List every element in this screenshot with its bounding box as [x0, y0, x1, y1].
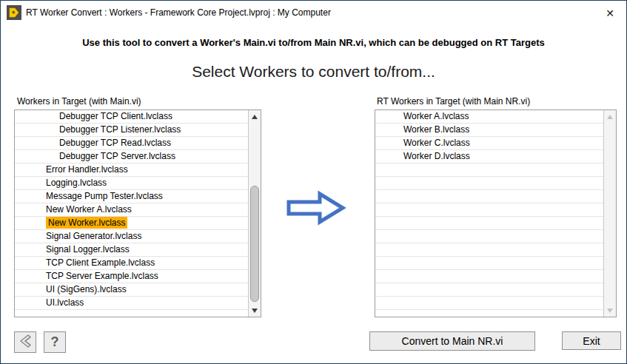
instruction-text: Use this tool to convert a Worker's Main… — [1, 37, 626, 48]
list-item[interactable]: Debugger TCP Read.lvclass — [15, 137, 248, 150]
list-item[interactable]: TCP Server Example.lvclass — [15, 270, 248, 283]
list-item-label: Worker C.lvclass — [403, 138, 470, 148]
list-empty-row[interactable] — [375, 243, 603, 257]
list-item[interactable]: Worker C.lvclass — [375, 137, 603, 150]
list-item-label: Worker A.lvclass — [403, 111, 469, 121]
list-empty-row[interactable] — [375, 270, 603, 283]
list-item[interactable]: UI.lvclass — [15, 297, 248, 310]
back-chevron-icon — [17, 333, 33, 351]
exit-button[interactable]: Exit — [562, 331, 621, 350]
scroll-down-icon[interactable] — [249, 304, 261, 317]
dialog-window: RT Worker Convert : Workers - Framework … — [0, 0, 627, 364]
list-item[interactable]: New Worker.lvclass — [15, 217, 248, 230]
list-item-label: Error Handler.lvclass — [46, 164, 128, 175]
list-item-label: Worker B.lvclass — [403, 124, 469, 135]
list-empty-row[interactable] — [375, 177, 603, 190]
left-list-label: Workers in Target (with Main.vi) — [17, 96, 141, 107]
list-item-label: TCP Server Example.lvclass — [46, 271, 158, 281]
list-item-label: Message Pump Tester.lvclass — [46, 191, 163, 201]
page-title: Select Workers to convert to/from... — [1, 63, 626, 81]
workers-listbox: Debugger TCP Client.lvclassDebugger TCP … — [14, 109, 261, 317]
list-item-label: Signal Logger.lvclass — [46, 244, 130, 255]
list-empty-row[interactable] — [375, 297, 603, 310]
rt-workers-listbox: Worker A.lvclassWorker B.lvclassWorker C… — [375, 109, 617, 317]
list-item-label: Debugger TCP Read.lvclass — [59, 138, 171, 148]
list-item[interactable]: Worker A.lvclass — [375, 110, 603, 124]
list-item[interactable]: Worker B.lvclass — [375, 124, 603, 137]
list-item-label: New Worker.lvclass — [46, 217, 127, 229]
scroll-up-icon — [604, 110, 616, 123]
workers-list-rows: Debugger TCP Client.lvclassDebugger TCP … — [15, 110, 248, 317]
list-empty-row[interactable] — [375, 203, 603, 217]
list-item[interactable]: Debugger TCP Server.lvclass — [15, 150, 248, 164]
list-item[interactable]: Message Pump Tester.lvclass — [15, 190, 248, 203]
list-item[interactable]: Signal Generator.lvclass — [15, 230, 248, 243]
back-button[interactable] — [14, 331, 36, 353]
convert-direction-arrow-icon — [286, 190, 346, 229]
close-icon[interactable]: ✕ — [603, 6, 617, 21]
scroll-up-icon[interactable] — [249, 110, 261, 123]
list-empty-row[interactable] — [375, 217, 603, 230]
list-item[interactable]: Error Handler.lvclass — [15, 164, 248, 177]
scrollbar-thumb[interactable] — [250, 186, 259, 302]
scroll-down-icon — [604, 304, 616, 317]
list-item[interactable]: Debugger TCP Client.lvclass — [15, 110, 248, 124]
help-button[interactable]: ? — [44, 331, 66, 353]
rt-workers-scrollbar — [603, 110, 616, 317]
list-item[interactable]: Debugger TCP Listener.lvclass — [15, 124, 248, 137]
list-item-label: New Worker A.lvclass — [46, 204, 132, 215]
workers-scrollbar[interactable] — [248, 110, 261, 317]
list-empty-row[interactable] — [375, 257, 603, 270]
list-empty-row[interactable] — [375, 283, 603, 297]
list-item-label: Worker D.lvclass — [403, 151, 470, 161]
title-bar: RT Worker Convert : Workers - Framework … — [1, 1, 626, 24]
list-item[interactable]: UI (SigGens).lvclass — [15, 283, 248, 297]
list-item[interactable]: TCP Client Example.lvclass — [15, 257, 248, 270]
list-item-label: UI (SigGens).lvclass — [46, 284, 127, 294]
list-empty-row[interactable] — [375, 230, 603, 243]
rt-workers-list-rows: Worker A.lvclassWorker B.lvclassWorker C… — [375, 110, 603, 317]
labview-run-arrow-icon — [7, 5, 21, 20]
list-item[interactable]: Logging.lvclass — [15, 177, 248, 190]
list-item-label: Debugger TCP Client.lvclass — [59, 111, 172, 121]
list-item-label: UI.lvclass — [46, 297, 84, 308]
list-item-label: TCP Client Example.lvclass — [46, 257, 155, 268]
list-item-label: Signal Generator.lvclass — [46, 231, 141, 241]
list-item-label: Logging.lvclass — [46, 178, 107, 188]
list-empty-row[interactable] — [375, 190, 603, 203]
list-item[interactable]: Worker D.lvclass — [375, 150, 603, 164]
list-item-label: Debugger TCP Server.lvclass — [59, 151, 175, 161]
list-item[interactable]: Signal Logger.lvclass — [15, 243, 248, 257]
list-item-label: Debugger TCP Listener.lvclass — [59, 124, 181, 135]
convert-button[interactable]: Convert to Main NR.vi — [369, 331, 535, 351]
right-list-label: RT Workers in Target (with Main NR.vi) — [377, 96, 530, 107]
list-item[interactable]: New Worker A.lvclass — [15, 203, 248, 217]
window-title: RT Worker Convert : Workers - Framework … — [26, 7, 331, 18]
list-empty-row[interactable] — [375, 164, 603, 177]
